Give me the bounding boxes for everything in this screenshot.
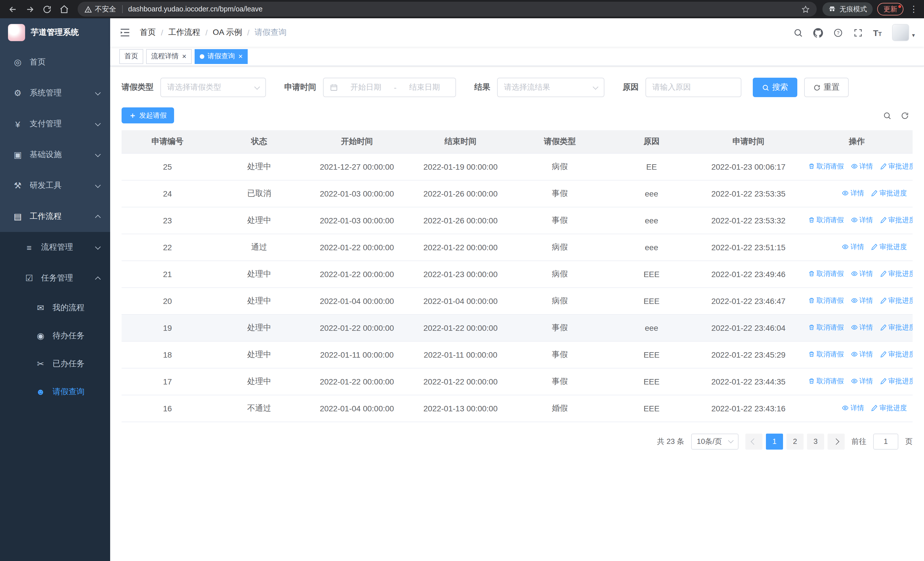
apply-time-range-picker[interactable]: 开始日期 - 结束日期 <box>323 78 456 97</box>
table-body: 25处理中2021-12-27 00:00:002022-01-19 00:00… <box>122 153 913 422</box>
home-icon[interactable] <box>56 1 72 17</box>
cell-status: 通过 <box>213 234 305 260</box>
security-warning[interactable]: 不安全 <box>84 4 116 14</box>
action-detail[interactable]: 详情 <box>850 323 873 332</box>
tab-home[interactable]: 首页 <box>119 49 143 64</box>
search-icon[interactable] <box>793 28 803 38</box>
action-approval-progress[interactable]: 审批进度 <box>880 296 913 305</box>
cell-id: 22 <box>122 234 213 260</box>
leave-type-select[interactable]: 请选择请假类型 <box>160 78 266 97</box>
sidebar-item-infrastructure[interactable]: ▣基础设施 <box>0 139 110 170</box>
sidebar-item-workflow[interactable]: ▤工作流程 <box>0 201 110 232</box>
bookmark-star-icon[interactable] <box>801 5 810 14</box>
sidebar-toggle-icon[interactable] <box>119 27 131 38</box>
page-button-3[interactable]: 3 <box>807 433 824 449</box>
breadcrumb-item[interactable]: 工作流程 <box>168 27 200 38</box>
sidebar-item-payment-management[interactable]: ¥支付管理 <box>0 108 110 139</box>
action-cancel-leave[interactable]: 取消请假 <box>808 376 844 386</box>
table-row: 25处理中2021-12-27 00:00:002022-01-19 00:00… <box>122 153 913 180</box>
action-cancel-leave[interactable]: 取消请假 <box>808 350 844 359</box>
goto-page-input[interactable] <box>873 433 898 449</box>
sidebar-item-leave-query[interactable]: ☻请假查询 <box>0 378 110 406</box>
action-approval-progress[interactable]: 审批进度 <box>880 215 913 225</box>
action-cancel-leave[interactable]: 取消请假 <box>808 323 844 332</box>
fullscreen-icon[interactable] <box>853 28 862 38</box>
action-approval-progress[interactable]: 审批进度 <box>871 403 907 413</box>
back-icon[interactable] <box>4 1 21 17</box>
create-leave-button[interactable]: 发起请假 <box>122 107 174 123</box>
close-icon[interactable]: × <box>182 53 186 60</box>
reason-input[interactable]: 请输入原因 <box>645 78 741 97</box>
action-detail[interactable]: 详情 <box>850 376 873 386</box>
reset-button[interactable]: 重置 <box>804 78 849 97</box>
browser-menu-icon[interactable]: ⋮ <box>908 4 920 14</box>
cell-apply-time: 2022-01-22 23:53:32 <box>696 207 801 234</box>
sidebar-item-home[interactable]: ◎首页 <box>0 47 110 78</box>
sidebar-item-task-management[interactable]: ☑任务管理 <box>0 263 110 294</box>
action-approval-progress[interactable]: 审批进度 <box>880 269 913 279</box>
refresh-table-icon[interactable] <box>901 111 909 120</box>
action-approval-progress[interactable]: 审批进度 <box>880 350 913 359</box>
action-detail[interactable]: 详情 <box>842 188 864 198</box>
cell-status: 处理中 <box>213 341 305 368</box>
action-detail[interactable]: 详情 <box>850 215 873 225</box>
action-cancel-leave[interactable]: 取消请假 <box>808 269 844 279</box>
sidebar-item-process-management[interactable]: ≡流程管理 <box>0 232 110 263</box>
svg-text:?: ? <box>837 30 839 35</box>
sidebar-logo[interactable]: 芋道管理系统 <box>0 18 110 47</box>
hide-search-icon[interactable] <box>883 111 891 120</box>
action-approval-progress[interactable]: 审批进度 <box>880 376 913 386</box>
cell-apply-time: 2022-01-22 23:49:46 <box>696 260 801 287</box>
search-button[interactable]: 搜索 <box>753 78 797 97</box>
chevron-down-icon <box>593 84 598 89</box>
tab-leave-query[interactable]: 请假查询× <box>194 49 248 64</box>
action-detail[interactable]: 详情 <box>850 350 873 359</box>
action-approval-progress[interactable]: 审批进度 <box>871 188 907 198</box>
action-approval-progress[interactable]: 审批进度 <box>880 323 913 332</box>
action-cancel-leave[interactable]: 取消请假 <box>808 296 844 305</box>
chevron-up-icon <box>95 276 101 282</box>
edit-icon <box>880 271 886 277</box>
sidebar-item-done-tasks[interactable]: ✂已办任务 <box>0 350 110 378</box>
action-detail[interactable]: 详情 <box>850 269 873 279</box>
update-button[interactable]: 更新 <box>877 3 903 15</box>
action-detail[interactable]: 详情 <box>842 242 864 252</box>
prev-page-button[interactable] <box>746 433 762 449</box>
column-header: 申请时间 <box>696 130 801 153</box>
action-detail[interactable]: 详情 <box>850 296 873 305</box>
action-detail[interactable]: 详情 <box>850 162 873 171</box>
breadcrumb-item[interactable]: OA 示例 <box>213 27 242 38</box>
address-bar[interactable]: 不安全 dashboard.yudao.iocoder.cn/bpm/oa/le… <box>78 2 817 17</box>
result-select[interactable]: 请选择流结果 <box>497 78 604 97</box>
font-size-icon[interactable]: TT <box>873 28 882 37</box>
breadcrumb: 首页/工作流程/OA 示例/请假查询 <box>140 27 286 38</box>
github-icon[interactable] <box>813 28 823 38</box>
action-cancel-leave[interactable]: 取消请假 <box>808 162 844 171</box>
user-menu[interactable]: ▾ <box>892 24 915 41</box>
page-button-1[interactable]: 1 <box>766 433 783 449</box>
action-approval-progress[interactable]: 审批进度 <box>871 242 907 252</box>
sidebar-item-my-process[interactable]: ✉我的流程 <box>0 294 110 322</box>
breadcrumb-item[interactable]: 首页 <box>140 27 156 38</box>
close-icon[interactable]: × <box>238 53 243 60</box>
chevron-down-icon <box>95 244 101 250</box>
forward-icon[interactable] <box>22 1 38 17</box>
page-button-2[interactable]: 2 <box>786 433 804 449</box>
sidebar-item-dev-tools[interactable]: ⚒研发工具 <box>0 170 110 201</box>
next-page-button[interactable] <box>828 433 844 449</box>
sidebar-item-system-management[interactable]: ⚙系统管理 <box>0 78 110 108</box>
action-approval-progress[interactable]: 审批进度 <box>880 162 913 171</box>
reload-icon[interactable] <box>39 1 55 17</box>
chevron-down-icon <box>95 182 101 188</box>
tools-icon: ⚒ <box>12 180 23 191</box>
page-size-select[interactable]: 10条/页 <box>691 433 738 449</box>
action-cancel-leave[interactable]: 取消请假 <box>808 215 844 225</box>
cell-start-time: 2022-01-22 00:00:00 <box>305 260 409 287</box>
action-detail[interactable]: 详情 <box>842 403 864 413</box>
process-list-icon: ≡ <box>24 242 34 252</box>
tab-process-detail[interactable]: 流程详情× <box>146 49 192 64</box>
sidebar-item-todo-tasks[interactable]: ◉待办任务 <box>0 322 110 350</box>
filter-bar: 请假类型 请选择请假类型 申请时间 开始日期 - 结束日期 结果 <box>122 78 913 97</box>
help-icon[interactable]: ? <box>833 28 843 38</box>
column-header: 申请编号 <box>122 130 213 153</box>
